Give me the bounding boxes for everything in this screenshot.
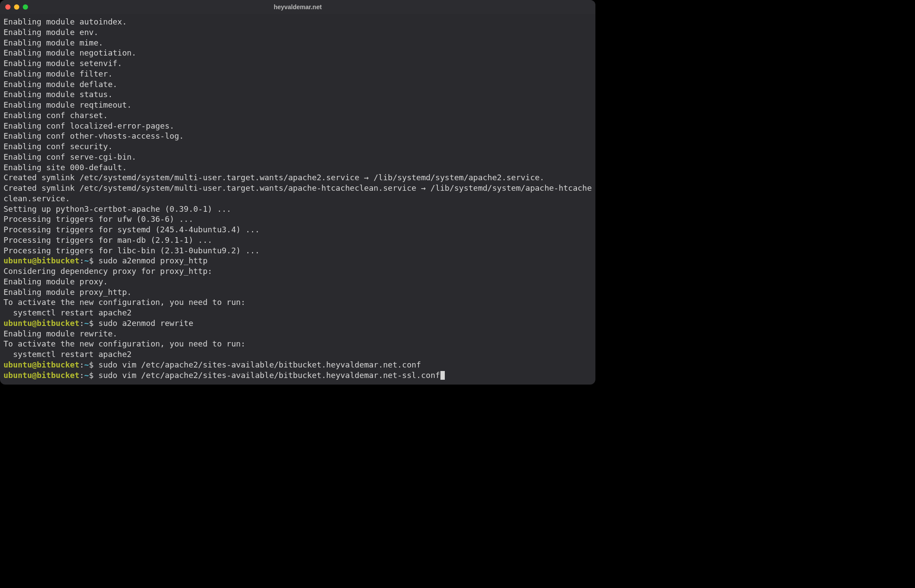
output-line: Enabling module autoindex.	[4, 17, 592, 27]
prompt-user: ubuntu	[4, 318, 32, 328]
output-line: Enabling module deflate.	[4, 79, 592, 90]
output-line: Enabling module status.	[4, 89, 592, 100]
prompt-host: bitbucket	[37, 256, 80, 265]
output-line: Created symlink /etc/systemd/system/mult…	[4, 183, 592, 204]
minimize-icon[interactable]	[14, 4, 19, 10]
prompt-user: ubuntu	[4, 256, 32, 265]
output-line: Enabling conf other-vhosts-access-log.	[4, 131, 592, 141]
output-line: Enabling conf serve-cgi-bin.	[4, 152, 592, 162]
output-line: Enabling site 000-default.	[4, 162, 592, 173]
command-text: sudo a2enmod rewrite	[99, 318, 194, 328]
terminal-body[interactable]: Enabling module autoindex.Enabling modul…	[0, 14, 595, 385]
output-line: Processing triggers for man-db (2.9.1-1)…	[4, 235, 592, 245]
output-line: To activate the new configuration, you n…	[4, 339, 592, 349]
output-line: Enabling module rewrite.	[4, 329, 592, 339]
command-text: sudo a2enmod proxy_http	[99, 256, 208, 265]
output-line: Enabling module filter.	[4, 69, 592, 79]
output-line: Enabling module reqtimeout.	[4, 100, 592, 110]
prompt-line: ubuntu@bitbucket:~$ sudo vim /etc/apache…	[4, 370, 592, 381]
prompt-colon: :	[79, 256, 84, 265]
close-icon[interactable]	[5, 4, 11, 10]
prompt-dollar: $	[89, 371, 94, 380]
output-line: Enabling conf localized-error-pages.	[4, 121, 592, 131]
output-line: To activate the new configuration, you n…	[4, 297, 592, 308]
prompt-colon: :	[79, 371, 84, 380]
prompt-line: ubuntu@bitbucket:~$ sudo vim /etc/apache…	[4, 360, 592, 370]
output-line: Processing triggers for libc-bin (2.31-0…	[4, 245, 592, 256]
prompt-host: bitbucket	[37, 371, 80, 380]
output-line: Processing triggers for ufw (0.36-6) ...	[4, 214, 592, 224]
output-line: Created symlink /etc/systemd/system/mult…	[4, 172, 592, 183]
traffic-lights	[5, 4, 28, 10]
terminal-window: heyvaldemar.net Enabling module autoinde…	[0, 0, 595, 385]
titlebar: heyvaldemar.net	[0, 0, 595, 14]
zoom-icon[interactable]	[23, 4, 28, 10]
output-line: Enabling module proxy.	[4, 276, 592, 287]
prompt-at: @	[32, 371, 37, 380]
output-line: Considering dependency proxy for proxy_h…	[4, 266, 592, 276]
prompt-user: ubuntu	[4, 360, 32, 369]
command-text: sudo vim /etc/apache2/sites-available/bi…	[99, 371, 440, 380]
prompt-path: ~	[84, 371, 89, 380]
command-text: sudo vim /etc/apache2/sites-available/bi…	[99, 360, 421, 369]
prompt-path: ~	[84, 360, 89, 369]
prompt-dollar: $	[89, 256, 94, 265]
window-title: heyvaldemar.net	[0, 4, 595, 10]
prompt-dollar: $	[89, 318, 94, 328]
output-line: Enabling conf charset.	[4, 110, 592, 121]
prompt-colon: :	[79, 318, 84, 328]
output-line: Enabling module negotiation.	[4, 48, 592, 58]
prompt-host: bitbucket	[37, 360, 80, 369]
prompt-path: ~	[84, 318, 89, 328]
prompt-host: bitbucket	[37, 318, 80, 328]
output-line: systemctl restart apache2	[4, 308, 592, 318]
prompt-user: ubuntu	[4, 371, 32, 380]
output-line: Enabling module proxy_http.	[4, 287, 592, 298]
output-line: Enabling module setenvif.	[4, 58, 592, 69]
prompt-colon: :	[79, 360, 84, 369]
prompt-path: ~	[84, 256, 89, 265]
prompt-line: ubuntu@bitbucket:~$ sudo a2enmod rewrite	[4, 318, 592, 329]
cursor-icon	[440, 371, 445, 380]
output-line: Setting up python3-certbot-apache (0.39.…	[4, 204, 592, 214]
output-line: Enabling conf security.	[4, 141, 592, 152]
prompt-at: @	[32, 256, 37, 265]
prompt-at: @	[32, 360, 37, 369]
prompt-at: @	[32, 318, 37, 328]
output-line: Enabling module env.	[4, 27, 592, 38]
output-line: Enabling module mime.	[4, 38, 592, 48]
output-line: systemctl restart apache2	[4, 349, 592, 360]
output-line: Processing triggers for systemd (245.4-4…	[4, 224, 592, 235]
prompt-line: ubuntu@bitbucket:~$ sudo a2enmod proxy_h…	[4, 256, 592, 266]
prompt-dollar: $	[89, 360, 94, 369]
